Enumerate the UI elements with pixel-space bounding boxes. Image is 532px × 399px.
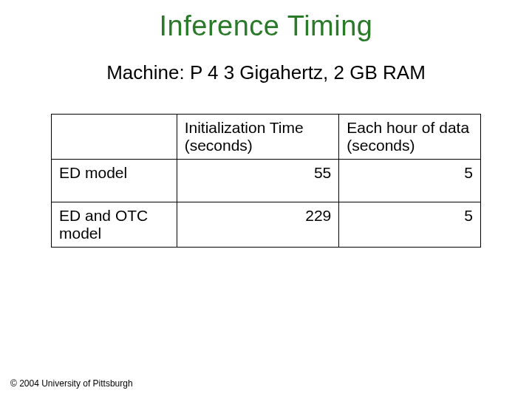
row-label: ED and OTC model [52,202,177,248]
copyright-footer: © 2004 University of Pittsburgh [10,378,133,389]
table-row: ED model 55 5 [52,160,481,202]
timing-table: Initialization Time (seconds) Each hour … [51,114,481,248]
header-blank [52,115,177,160]
timing-table-wrap: Initialization Time (seconds) Each hour … [51,114,481,248]
machine-spec: Machine: P 4 3 Gigahertz, 2 GB RAM [0,61,532,84]
header-init: Initialization Time (seconds) [177,115,339,160]
cell-init: 229 [177,202,339,248]
slide: Inference Timing Machine: P 4 3 Gigahert… [0,0,532,399]
cell-init: 55 [177,160,339,202]
header-each: Each hour of data (seconds) [339,115,481,160]
page-title: Inference Timing [0,0,532,42]
row-label: ED model [52,160,177,202]
cell-each: 5 [339,202,481,248]
cell-each: 5 [339,160,481,202]
table-row: ED and OTC model 229 5 [52,202,481,248]
table-header-row: Initialization Time (seconds) Each hour … [52,115,481,160]
